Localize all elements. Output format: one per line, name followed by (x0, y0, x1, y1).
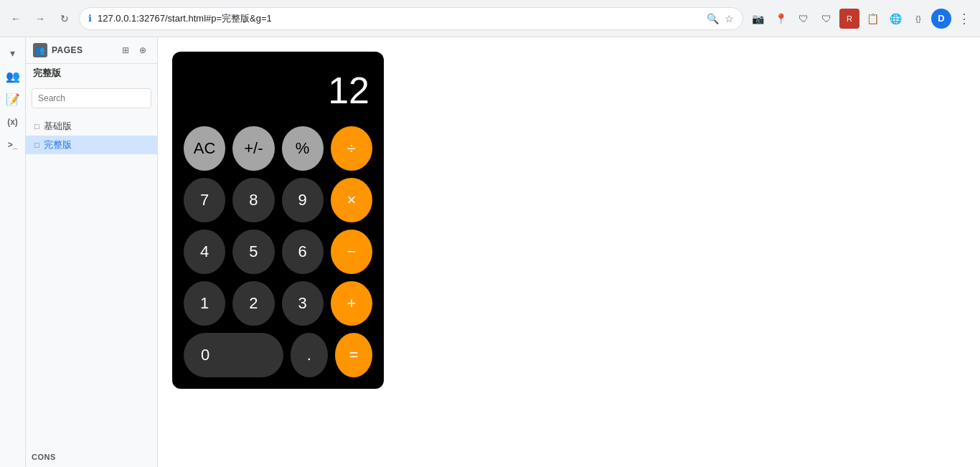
forward-button[interactable]: → (30, 9, 50, 29)
btn-3[interactable]: 3 (282, 281, 324, 326)
calculator: 12 AC +/- % ÷ 7 8 9 × (172, 52, 384, 389)
menu-button[interactable]: ⋮ (954, 9, 974, 29)
strip-dropdown-icon[interactable]: ▾ (3, 43, 23, 63)
page-item-label-basic: 基础版 (44, 120, 72, 133)
extension-6[interactable]: 📋 (862, 9, 882, 29)
reload-button[interactable]: ↻ (55, 9, 75, 29)
page-item-icon-full: □ (34, 141, 39, 149)
btn-dot[interactable]: . (291, 333, 328, 377)
pages-label: PAGES (52, 45, 83, 55)
search-icon: 🔍 (707, 13, 719, 24)
sidebar-panel: 👥 PAGES ⊞ ⊕ 完整版 □ 基础版 □ 完整版 CONS (26, 37, 158, 467)
page-list: □ 基础版 □ 完整版 (26, 114, 157, 157)
strip-console-icon[interactable]: >_ (3, 135, 23, 155)
btn-9[interactable]: 9 (282, 178, 324, 222)
calc-buttons: AC +/- % ÷ 7 8 9 × 4 5 6 − (184, 126, 372, 377)
extension-5[interactable]: R (839, 9, 859, 29)
btn-ac[interactable]: AC (184, 126, 225, 171)
bookmark-icon: ☆ (725, 13, 734, 24)
address-bar[interactable]: ℹ 127.0.0.1:32767/start.html#p=完整版&g=1 🔍… (79, 7, 743, 30)
strip-notes-icon[interactable]: 📝 (3, 89, 23, 109)
page-item-icon-basic: □ (34, 122, 39, 131)
btn-equals[interactable]: = (335, 333, 372, 377)
btn-plusminus[interactable]: +/- (232, 126, 274, 171)
btn-divide[interactable]: ÷ (331, 126, 372, 171)
calc-row-4: 1 2 3 + (184, 281, 372, 326)
btn-4[interactable]: 4 (184, 230, 225, 274)
browser-actions: 📷 📍 🛡 🛡 R 📋 🌐 {} D ⋮ (748, 9, 974, 29)
strip-pages-icon[interactable]: 👥 (3, 66, 23, 86)
search-input[interactable] (32, 88, 151, 108)
sidebar-pages-header: 👥 PAGES ⊞ ⊕ (26, 37, 157, 64)
btn-7[interactable]: 7 (184, 178, 225, 222)
sidebar-add-icon[interactable]: ⊕ (136, 43, 150, 57)
back-button[interactable]: ← (6, 9, 26, 29)
main-area: ▾ 👥 📝 (x) >_ 👥 PAGES ⊞ ⊕ 完整版 □ 基础版 (0, 37, 980, 467)
pages-header-icon: 👥 (33, 43, 47, 57)
icon-strip: ▾ 👥 📝 (x) >_ (0, 37, 26, 467)
url-text: 127.0.0.1:32767/start.html#p=完整版&g=1 (98, 12, 701, 25)
sidebar-header-actions: ⊞ ⊕ (118, 43, 150, 57)
extension-3[interactable]: 🛡 (793, 9, 814, 29)
btn-8[interactable]: 8 (232, 178, 274, 222)
extension-2[interactable]: 📍 (771, 9, 791, 29)
browser-bar: ← → ↻ ℹ 127.0.0.1:32767/start.html#p=完整版… (0, 0, 980, 37)
btn-subtract[interactable]: − (331, 230, 372, 274)
main-content: 12 AC +/- % ÷ 7 8 9 × (158, 37, 980, 467)
btn-1[interactable]: 1 (184, 281, 225, 326)
page-item-full[interactable]: □ 完整版 (26, 136, 157, 154)
page-item-basic[interactable]: □ 基础版 (26, 117, 157, 136)
extension-7[interactable]: 🌐 (885, 9, 905, 29)
calc-display: 12 (184, 63, 372, 118)
btn-2[interactable]: 2 (232, 281, 274, 326)
extension-4[interactable]: 🛡 (816, 9, 837, 29)
btn-5[interactable]: 5 (232, 230, 274, 274)
btn-multiply[interactable]: × (331, 178, 372, 222)
sidebar-copy-icon[interactable]: ⊞ (118, 43, 133, 57)
security-icon: ℹ (88, 13, 92, 24)
current-page-title: 完整版 (26, 64, 157, 82)
btn-add[interactable]: + (331, 281, 372, 326)
page-item-label-full: 完整版 (44, 138, 72, 151)
cons-section: CONS (26, 445, 157, 467)
btn-6[interactable]: 6 (282, 230, 324, 274)
strip-vars-icon[interactable]: (x) (3, 112, 23, 132)
btn-percent[interactable]: % (282, 126, 324, 171)
profile-button[interactable]: D (931, 9, 951, 29)
search-box (32, 88, 151, 108)
extension-1[interactable]: 📷 (748, 9, 768, 29)
calc-display-value: 12 (328, 69, 369, 112)
extension-8[interactable]: {} (908, 9, 928, 29)
btn-0[interactable]: 0 (184, 333, 283, 377)
cons-label: CONS (32, 453, 56, 461)
calc-row-5: 0 . = (184, 333, 372, 377)
calc-row-2: 7 8 9 × (184, 178, 372, 222)
calc-row-1: AC +/- % ÷ (184, 126, 372, 171)
calc-row-3: 4 5 6 − (184, 230, 372, 274)
